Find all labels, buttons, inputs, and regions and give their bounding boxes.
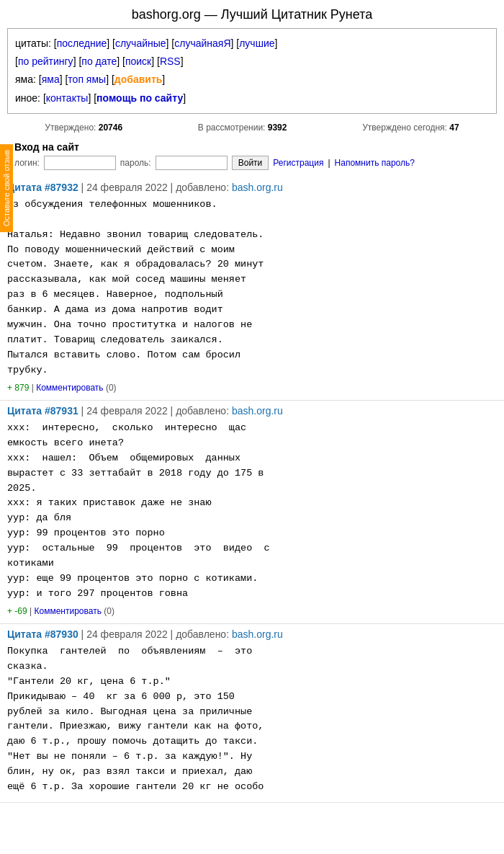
quote-id-link[interactable]: Цитата #87932 (7, 182, 78, 193)
quote-footer: + 879 | Комментировать (0) (7, 383, 497, 393)
login-label: логин: (14, 158, 40, 168)
nav-kontakty[interactable]: контакты (46, 92, 89, 104)
nav-poslednie[interactable]: последние (57, 37, 107, 49)
nav-pomosh[interactable]: помощь по сайту (96, 92, 183, 104)
quote-id-link[interactable]: Цитата #87930 (7, 628, 78, 640)
quote-text: Покупка гантелей по объявлениям – это ск… (7, 644, 497, 795)
quote-site-link[interactable]: bash.org.ru (232, 182, 283, 193)
quote-header: Цитата #87930 | 24 февраля 2022 | добавл… (7, 628, 497, 640)
nav-po-reytingu[interactable]: по рейтингу (18, 55, 73, 67)
nav-top-yamy[interactable]: топ ямы (68, 74, 106, 85)
yama-label: яма: (15, 74, 39, 85)
comment-count: (0) (104, 606, 114, 616)
remind-link[interactable]: Напомнить пароль? (335, 158, 415, 168)
register-link[interactable]: Регистрация (273, 158, 323, 168)
comment-count: (0) (106, 383, 117, 393)
login-button[interactable]: Войти (232, 156, 269, 170)
score-plus: + 879 (7, 383, 29, 393)
quote-site-link[interactable]: bash.org.ru (232, 628, 283, 640)
score-plus: + -69 (7, 606, 27, 616)
nav-sluchainye[interactable]: случайные (115, 37, 166, 49)
comment-link[interactable]: Комментировать (34, 606, 101, 616)
login-input[interactable] (44, 156, 116, 170)
quote-text: ххх: интересно, сколько интересно щас ем… (7, 421, 497, 602)
stat-utverzdeno-segodnya: Утверждено сегодня: 47 (362, 123, 459, 133)
nav-sluchainayaya[interactable]: случайнаяЯ (174, 37, 230, 49)
password-input[interactable] (156, 156, 228, 170)
nav-box: цитаты: [последние] [случайные] [случайн… (7, 28, 497, 114)
password-label: пароль: (120, 158, 151, 168)
quote-header: Цитата #87931 | 24 февраля 2022 | добавл… (7, 405, 497, 417)
login-section: Вход на сайт логин: пароль: Войти Регист… (0, 138, 504, 177)
nav-poisk[interactable]: поиск (125, 55, 151, 67)
quote-block: Цитата #87932 | 24 февраля 2022 | добавл… (0, 177, 504, 401)
quote-text: Из обсуждения телефонных мошенников. Нат… (7, 197, 497, 378)
comment-link[interactable]: Комментировать (36, 383, 103, 393)
left-tab-label: Оставьте свой отзыв (2, 150, 11, 226)
quote-block: Цитата #87930 | 24 февраля 2022 | добавл… (0, 624, 504, 803)
login-title: Вход на сайт (14, 141, 497, 153)
site-header: bashorg.org — Лучший Цитатник Рунета (0, 0, 504, 28)
quote-header: Цитата #87932 | 24 февраля 2022 | добавл… (7, 182, 497, 193)
site-title: bashorg.org — Лучший Цитатник Рунета (132, 7, 373, 22)
nav-po-date[interactable]: по дате (81, 55, 117, 67)
login-form: логин: пароль: Войти Регистрация | Напом… (14, 156, 497, 170)
left-feedback-tab[interactable]: Оставьте свой отзыв (0, 144, 13, 232)
stat-utverzdeno: Утверждено: 20746 (45, 123, 122, 133)
other-label: иное: (15, 92, 43, 104)
nav-rss[interactable]: RSS (160, 55, 181, 67)
nav-dobavit[interactable]: добавить (114, 74, 163, 85)
quote-id-link[interactable]: Цитата #87931 (7, 405, 78, 417)
nav-luchshie[interactable]: лучшие (239, 37, 274, 49)
quote-block: Цитата #87931 | 24 февраля 2022 | добавл… (0, 401, 504, 624)
quote-site-link[interactable]: bash.org.ru (232, 405, 283, 417)
nav-yama[interactable]: яма (42, 74, 60, 85)
quotes-container: Цитата #87932 | 24 февраля 2022 | добавл… (0, 177, 504, 803)
quotes-label: цитаты: (15, 37, 54, 49)
stats-row: Утверждено: 20746 В рассмотрении: 9392 У… (0, 120, 504, 135)
stat-v-rassmotrenii: В рассмотрении: 9392 (198, 123, 287, 133)
quote-footer: + -69 | Комментировать (0) (7, 606, 497, 616)
